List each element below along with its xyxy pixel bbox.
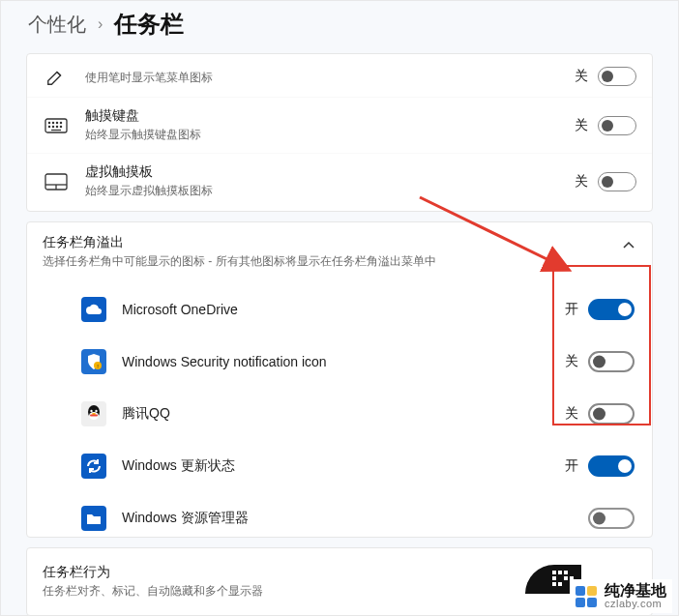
corner-row-touch-keyboard[interactable]: 触摸键盘 始终显示触摸键盘图标 关: [27, 97, 652, 153]
svg-point-17: [90, 410, 92, 412]
overflow-row-windows-update[interactable]: Windows 更新状态 开: [27, 440, 652, 492]
pen-toggle[interactable]: [598, 67, 636, 86]
chevron-up-icon: [621, 238, 636, 253]
corner-row-title: 虚拟触摸板: [85, 163, 573, 181]
breadcrumb: 个性化 › 任务栏: [1, 1, 678, 53]
page-title: 任务栏: [114, 9, 184, 40]
corner-row-text: 触摸键盘 始终显示触摸键盘图标: [85, 107, 573, 143]
overflow-label: 腾讯QQ: [122, 405, 563, 423]
svg-point-18: [95, 410, 97, 412]
shield-icon: !: [81, 349, 106, 374]
onedrive-icon: [81, 297, 106, 322]
overflow-section-header[interactable]: 任务栏角溢出 选择任务栏角中可能显示的图标 - 所有其他图标将显示在任务栏角溢出…: [27, 222, 652, 283]
corner-row-sub: 使用笔时显示笔菜单图标: [85, 70, 573, 86]
overflow-section-sub: 选择任务栏角中可能显示的图标 - 所有其他图标将显示在任务栏角溢出菜单中: [43, 253, 621, 270]
toggle-state-label: 关: [573, 173, 588, 191]
svg-rect-20: [90, 415, 98, 417]
svg-point-3: [56, 122, 57, 123]
taskbar-corner-icons-card: 使用笔时显示笔菜单图标 关 触摸键盘 始终显示触摸键盘图标 关: [26, 53, 653, 212]
onedrive-toggle[interactable]: [588, 299, 635, 320]
svg-rect-28: [552, 582, 556, 586]
explorer-toggle[interactable]: [588, 508, 635, 529]
toggle-state-label: 开: [563, 301, 578, 318]
breadcrumb-sep-icon: ›: [98, 15, 103, 33]
corner-row-sub: 始终显示虚拟触摸板图标: [85, 183, 573, 199]
overflow-label: Windows 资源管理器: [122, 510, 563, 527]
corner-row-pen[interactable]: 使用笔时显示笔菜单图标 关: [27, 56, 652, 97]
qq-toggle[interactable]: [588, 403, 635, 425]
svg-rect-29: [558, 582, 562, 586]
toggle-state-label: 开: [563, 457, 578, 475]
watermark-url: czlaby.com: [605, 599, 666, 609]
taskbar-overflow-card: 任务栏角溢出 选择任务栏角中可能显示的图标 - 所有其他图标将显示在任务栏角溢出…: [26, 221, 653, 538]
svg-rect-23: [558, 571, 562, 574]
watermark-brand: 纯净基地 czlaby.com: [570, 579, 672, 613]
svg-point-4: [60, 122, 61, 123]
corner-row-virtual-touchpad[interactable]: 虚拟触摸板 始终显示虚拟触摸板图标 关: [27, 153, 652, 209]
toggle-state-label: 关: [573, 117, 588, 134]
svg-rect-24: [564, 571, 568, 574]
qq-icon: [81, 401, 106, 426]
corner-row-text: 使用笔时显示笔菜单图标: [85, 68, 573, 86]
toggle-state-label: 关: [573, 68, 588, 85]
corner-row-sub: 始终显示触摸键盘图标: [85, 127, 573, 143]
overflow-row-onedrive[interactable]: Microsoft OneDrive 开: [27, 283, 652, 336]
svg-rect-26: [564, 576, 568, 580]
svg-rect-25: [552, 576, 556, 580]
watermark-name: 纯净基地: [605, 583, 666, 599]
virtual-touchpad-toggle[interactable]: [598, 172, 636, 191]
security-toggle[interactable]: [588, 351, 635, 372]
overflow-row-security[interactable]: ! Windows Security notification icon 关: [27, 336, 652, 388]
corner-row-text: 虚拟触摸板 始终显示虚拟触摸板图标: [85, 163, 573, 199]
overflow-label: Windows 更新状态: [122, 457, 563, 475]
watermark-logo-icon: [576, 586, 597, 607]
folder-icon: [81, 506, 106, 531]
svg-point-8: [60, 126, 61, 127]
breadcrumb-parent[interactable]: 个性化: [28, 12, 86, 38]
touchpad-icon: [43, 173, 70, 191]
touch-keyboard-toggle[interactable]: [598, 116, 636, 135]
toggle-state-label: 关: [563, 405, 578, 423]
overflow-label: Microsoft OneDrive: [122, 302, 563, 317]
svg-point-2: [52, 122, 53, 123]
settings-taskbar-page: 个性化 › 任务栏 使用笔时显示笔菜单图标 关: [0, 0, 679, 616]
svg-point-6: [52, 126, 53, 127]
keyboard-icon: [43, 118, 70, 133]
overflow-row-explorer[interactable]: Windows 资源管理器: [27, 492, 652, 537]
overflow-section-title: 任务栏角溢出: [43, 234, 621, 251]
overflow-label: Windows Security notification icon: [122, 354, 563, 369]
pen-icon: [43, 66, 70, 87]
svg-point-7: [56, 126, 57, 127]
svg-rect-22: [552, 571, 556, 574]
refresh-icon: [81, 454, 106, 479]
toggle-state-label: 关: [563, 353, 578, 370]
windows-update-toggle[interactable]: [588, 455, 635, 477]
corner-row-title: 触摸键盘: [85, 107, 573, 125]
overflow-row-qq[interactable]: 腾讯QQ 关: [27, 388, 652, 440]
svg-point-1: [48, 122, 49, 123]
svg-point-5: [48, 126, 49, 127]
